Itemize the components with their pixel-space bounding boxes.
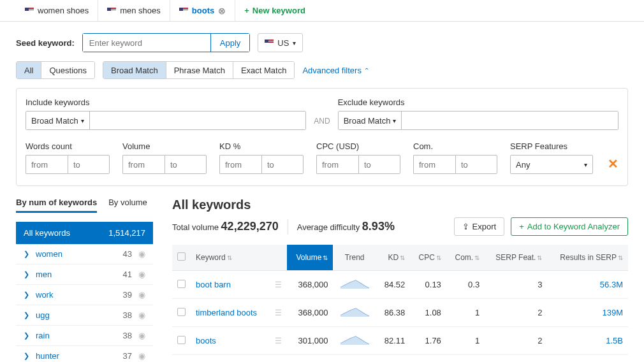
kd-label: KD % xyxy=(219,141,304,151)
exclude-input[interactable] xyxy=(402,112,618,129)
include-block: Include keywords Broad Match▾ xyxy=(26,98,306,130)
row-checkbox[interactable] xyxy=(177,308,186,316)
advanced-filters-toggle[interactable]: Advanced filters ⌃ xyxy=(302,66,369,75)
results-link[interactable]: 56.3M xyxy=(600,280,623,289)
include-match-select[interactable]: Broad Match▾ xyxy=(26,112,90,129)
results-link[interactable]: 1.5B xyxy=(606,336,623,345)
col-cpc[interactable]: CPC⇅ xyxy=(410,245,446,271)
sidebar-item-count: 39 xyxy=(123,290,132,300)
com-to[interactable] xyxy=(455,155,497,174)
eye-icon[interactable]: ◉ xyxy=(138,351,145,361)
exclude-block: Exclude keywords Broad Match▾ xyxy=(338,98,618,130)
keyword-group-all[interactable]: All keywords 1,514,217 xyxy=(16,222,153,244)
side-tab-volume[interactable]: By volume xyxy=(108,198,147,213)
com-label: Com. xyxy=(413,141,497,151)
keywords-table: Keyword⇅ Volume⇅ Trend KD⇅ CPC⇅ Com.⇅ SE… xyxy=(172,245,628,362)
new-keyword-label: New keyword xyxy=(252,6,305,15)
sidebar-item-count: 41 xyxy=(123,270,132,279)
tab-boots[interactable]: boots⊗ xyxy=(170,0,235,22)
mode-all[interactable]: All xyxy=(17,62,41,78)
us-flag-icon xyxy=(107,8,116,14)
eye-icon[interactable]: ◉ xyxy=(138,290,145,300)
volume-from[interactable] xyxy=(122,155,165,174)
add-to-analyzer-button[interactable]: +Add to Keyword Analyzer xyxy=(511,217,628,236)
row-menu-icon[interactable]: ☰ xyxy=(275,337,282,345)
keyword-link[interactable]: boot barn xyxy=(196,280,231,289)
com-from[interactable] xyxy=(413,155,455,174)
cell-volume: 368,000 xyxy=(287,271,333,299)
sidebar-item[interactable]: ❯women43◉ xyxy=(16,244,153,264)
keyword-link[interactable]: timberland boots xyxy=(196,308,257,317)
tab-women-shoes[interactable]: women shoes xyxy=(16,0,98,22)
eye-icon[interactable]: ◉ xyxy=(138,310,145,320)
col-volume[interactable]: Volume⇅ xyxy=(287,245,333,271)
row-checkbox[interactable] xyxy=(177,280,186,288)
results-link[interactable]: 139M xyxy=(602,308,623,317)
cell-cpc: 1.34 xyxy=(410,355,446,363)
seed-row: Seed keyword: Apply US ▾ xyxy=(0,22,644,61)
include-label: Include keywords xyxy=(26,98,306,107)
eye-icon[interactable]: ◉ xyxy=(138,270,145,279)
kd-to[interactable] xyxy=(261,155,304,174)
words-to[interactable] xyxy=(68,155,110,174)
words-label: Words count xyxy=(26,141,110,151)
exclude-match-select[interactable]: Broad Match▾ xyxy=(339,112,402,129)
mode-phrase[interactable]: Phrase Match xyxy=(166,62,233,78)
select-all-checkbox[interactable] xyxy=(177,252,186,261)
kw-group-head-count: 1,514,217 xyxy=(108,228,145,238)
new-keyword-button[interactable]: +New keyword xyxy=(235,1,314,20)
sidebar-item[interactable]: ❯men41◉ xyxy=(16,264,153,285)
table-row: boot barn ☰ 368,000 84.52 0.13 0.3 3 56.… xyxy=(172,271,628,299)
row-menu-icon[interactable]: ☰ xyxy=(275,308,282,317)
mode-broad[interactable]: Broad Match xyxy=(103,62,166,78)
sidebar-item-name: rain xyxy=(36,331,123,340)
cell-serp: 2 xyxy=(485,327,547,355)
apply-button[interactable]: Apply xyxy=(210,34,250,52)
table-row: timberland boots ☰ 368,000 86.38 1.08 1 … xyxy=(172,299,628,327)
col-serp-feat[interactable]: SERP Feat.⇅ xyxy=(485,245,547,271)
export-button[interactable]: ⇪Export xyxy=(454,217,505,236)
col-keyword[interactable]: Keyword⇅ xyxy=(191,245,270,271)
row-menu-icon[interactable]: ☰ xyxy=(275,280,282,289)
volume-to[interactable] xyxy=(165,155,207,174)
row-checkbox[interactable] xyxy=(177,336,186,344)
serp-select[interactable]: Any▾ xyxy=(510,155,593,174)
sidebar-item[interactable]: ❯rain38◉ xyxy=(16,326,153,346)
cell-volume: 368,000 xyxy=(287,299,333,327)
us-flag-icon xyxy=(265,40,274,46)
chevron-down-icon: ▾ xyxy=(81,117,84,124)
table-row: ugg boots ☰ 246,000 88.45 1.34 1 3 113M xyxy=(172,355,628,363)
sidebar-item-count: 43 xyxy=(123,249,132,259)
close-icon[interactable]: ⊗ xyxy=(218,6,226,16)
kd-from[interactable] xyxy=(219,155,261,174)
seed-input[interactable] xyxy=(83,34,210,52)
col-kd[interactable]: KD⇅ xyxy=(376,245,411,271)
sidebar-item-name: ugg xyxy=(36,310,123,320)
cpc-from[interactable] xyxy=(316,155,358,174)
col-com[interactable]: Com.⇅ xyxy=(446,245,485,271)
include-input[interactable] xyxy=(90,112,306,129)
eye-icon[interactable]: ◉ xyxy=(138,331,145,340)
total-volume-value: 42,229,270 xyxy=(221,220,279,233)
avg-diff-label: Average difficulty xyxy=(297,222,360,232)
chevron-up-icon: ⌃ xyxy=(364,67,369,74)
col-results[interactable]: Results in SERP⇅ xyxy=(547,245,628,271)
eye-icon[interactable]: ◉ xyxy=(138,249,145,259)
sidebar-item[interactable]: ❯ugg38◉ xyxy=(16,305,153,326)
cpc-to[interactable] xyxy=(358,155,400,174)
country-selector[interactable]: US ▾ xyxy=(258,33,303,52)
mode-questions[interactable]: Questions xyxy=(41,62,94,78)
sidebar-item[interactable]: ❯hunter37◉ xyxy=(16,346,153,362)
sidebar-item-count: 38 xyxy=(123,310,132,320)
seed-input-wrap: Apply xyxy=(82,33,251,52)
sidebar-item-name: women xyxy=(36,249,123,259)
cell-cpc: 1.76 xyxy=(410,327,446,355)
sidebar-item[interactable]: ❯work39◉ xyxy=(16,285,153,305)
keyword-link[interactable]: boots xyxy=(196,336,216,345)
mode-exact[interactable]: Exact Match xyxy=(233,62,295,78)
tab-men-shoes[interactable]: men shoes xyxy=(98,0,170,22)
words-from[interactable] xyxy=(26,155,68,174)
side-tab-num[interactable]: By num of keywords xyxy=(16,198,97,213)
sidebar-item-count: 38 xyxy=(123,331,132,340)
clear-filters-icon[interactable]: ✕ xyxy=(608,156,618,174)
